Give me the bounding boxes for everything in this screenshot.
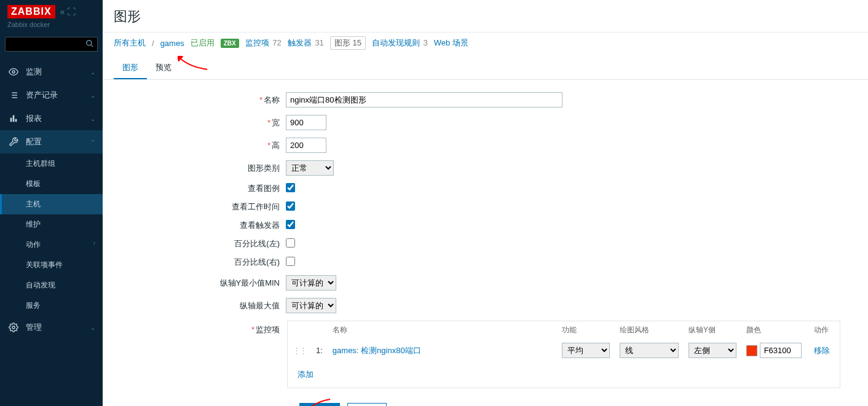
name-label: 名称 <box>264 95 280 104</box>
breadcrumb-sep: / <box>152 39 154 48</box>
tab-graph[interactable]: 图形 <box>114 57 147 79</box>
annotation-arrow <box>180 57 217 69</box>
sidebar-toggle-icons[interactable]: « ⛶ <box>60 7 76 17</box>
svg-point-0 <box>87 41 92 45</box>
col-func: 功能 <box>557 321 615 339</box>
status-enabled: 已启用 <box>191 37 215 49</box>
remove-link[interactable]: 移除 <box>814 346 830 355</box>
chevron-down-icon: ⌄ <box>90 324 95 331</box>
pright-checkbox[interactable] <box>286 257 295 266</box>
subnav-actions[interactable]: 动作› <box>0 235 103 255</box>
tab-preview[interactable]: 预览 <box>147 57 180 79</box>
pleft-checkbox[interactable] <box>286 238 295 248</box>
sidebar-subtitle: Zabbix docker <box>0 21 103 34</box>
col-action: 动作 <box>809 321 840 339</box>
drag-handle-icon[interactable]: ⋮⋮ <box>288 339 311 362</box>
svg-line-1 <box>91 45 93 47</box>
svg-rect-10 <box>13 115 15 122</box>
color-input[interactable] <box>760 343 802 358</box>
gear-icon <box>7 322 20 332</box>
nav-administration[interactable]: 管理 ⌄ <box>0 316 103 339</box>
width-input[interactable] <box>286 115 326 130</box>
link-discovery[interactable]: 自动发现规则 <box>372 38 420 47</box>
height-input[interactable] <box>286 138 326 153</box>
eye-icon <box>7 67 20 77</box>
func-select[interactable]: 平均 <box>562 343 610 358</box>
pright-label: 百分比线(右) <box>114 257 286 268</box>
nav-reports[interactable]: 报表 ⌄ <box>0 107 103 130</box>
subnav-discovery[interactable]: 自动发现 <box>0 275 103 295</box>
wrench-icon <box>7 137 20 147</box>
search-box <box>5 37 98 52</box>
col-name: 名称 <box>328 321 557 339</box>
subnav-correlation[interactable]: 关联项事件 <box>0 255 103 275</box>
nav-label: 报表 <box>26 113 42 124</box>
items-label: 监控项 <box>256 325 280 334</box>
link-triggers[interactable]: 触发器 <box>288 38 312 47</box>
form: *名称 *宽 *高 图形类别正常 查看图例 查看工作时间 查看触发器 百分比线(… <box>103 80 868 406</box>
graphtype-select[interactable]: 正常 <box>286 160 334 176</box>
svg-point-12 <box>12 326 15 329</box>
color-swatch[interactable] <box>746 345 757 356</box>
svg-rect-11 <box>15 119 17 122</box>
ymax-label: 纵轴最大值 <box>114 300 286 311</box>
tabs: 图形 预览 <box>103 57 868 80</box>
nav-label: 监测 <box>26 66 42 77</box>
col-color: 颜色 <box>741 321 809 339</box>
worktime-checkbox[interactable] <box>286 201 295 211</box>
link-items[interactable]: 监控项 <box>245 38 269 47</box>
logo-wrap: ZABBIX « ⛶ <box>0 0 103 21</box>
chevron-down-icon: ⌄ <box>90 92 95 99</box>
trigger-checkbox[interactable] <box>286 220 295 229</box>
page-title: 图形 <box>103 0 868 32</box>
add-item-link[interactable]: 添加 <box>293 365 318 384</box>
graphtype-label: 图形类别 <box>114 163 286 174</box>
pleft-label: 百分比线(左) <box>114 238 286 249</box>
nav-configuration[interactable]: 配置 ⌃ <box>0 130 103 154</box>
legend-checkbox[interactable] <box>286 183 295 192</box>
breadcrumb-host[interactable]: games <box>160 39 184 48</box>
svg-rect-9 <box>10 118 12 122</box>
name-input[interactable] <box>286 92 562 107</box>
subnav-hostgroups[interactable]: 主机群组 <box>0 154 103 174</box>
chevron-right-icon: › <box>93 240 95 246</box>
nav-inventory[interactable]: 资产记录 ⌄ <box>0 84 103 107</box>
item-name-link[interactable]: games: 检测nginx80端口 <box>333 346 421 355</box>
nav-label: 管理 <box>26 322 42 333</box>
current-section: 图形 15 <box>330 36 366 50</box>
link-web[interactable]: Web 场景 <box>434 37 468 49</box>
nav-monitoring[interactable]: 监测 ⌄ <box>0 60 103 84</box>
width-label: 宽 <box>272 118 280 127</box>
nav-label: 配置 <box>26 136 42 147</box>
col-drawtype: 绘图风格 <box>615 321 684 339</box>
zbx-badge: ZBX <box>221 39 239 48</box>
svg-point-2 <box>12 71 15 73</box>
sidebar: ZABBIX « ⛶ Zabbix docker 监测 ⌄ 资产记录 ⌄ 报表 … <box>0 0 103 406</box>
logo: ZABBIX <box>7 5 55 18</box>
breadcrumb-all-hosts[interactable]: 所有主机 <box>114 37 146 49</box>
subnav-hosts[interactable]: 主机 <box>0 194 103 214</box>
cancel-button[interactable]: 取消 <box>347 403 387 406</box>
legend-label: 查看图例 <box>114 183 286 194</box>
bar-icon <box>7 114 20 123</box>
col-yaxis: 纵轴Y侧 <box>684 321 741 339</box>
main: 图形 所有主机 / games 已启用 ZBX 监控项 72 触发器 31 图形… <box>103 0 868 406</box>
ymin-select[interactable]: 可计算的 <box>286 275 336 291</box>
subnav-maintenance[interactable]: 维护 <box>0 214 103 235</box>
search-icon[interactable] <box>85 39 94 50</box>
subnav-services[interactable]: 服务 <box>0 295 103 316</box>
sub-nav-configuration: 主机群组 模板 主机 维护 动作› 关联项事件 自动发现 服务 <box>0 154 103 316</box>
drawtype-select[interactable]: 线 <box>620 343 679 358</box>
list-icon <box>7 90 20 100</box>
search-input[interactable] <box>5 37 98 52</box>
button-row: 添加 取消 <box>292 403 857 406</box>
nav-label: 资产记录 <box>26 90 58 101</box>
ymax-select[interactable]: 可计算的 <box>286 298 336 313</box>
chevron-down-icon: ⌄ <box>90 115 95 122</box>
table-row: ⋮⋮ 1: games: 检测nginx80端口 平均 线 左侧 移除 <box>288 339 840 362</box>
yaxis-select[interactable]: 左侧 <box>688 343 736 358</box>
chevron-up-icon: ⌃ <box>90 139 95 146</box>
worktime-label: 查看工作时间 <box>114 201 286 213</box>
subnav-templates[interactable]: 模板 <box>0 174 103 194</box>
breadcrumb: 所有主机 / games 已启用 ZBX 监控项 72 触发器 31 图形 15… <box>103 32 868 53</box>
